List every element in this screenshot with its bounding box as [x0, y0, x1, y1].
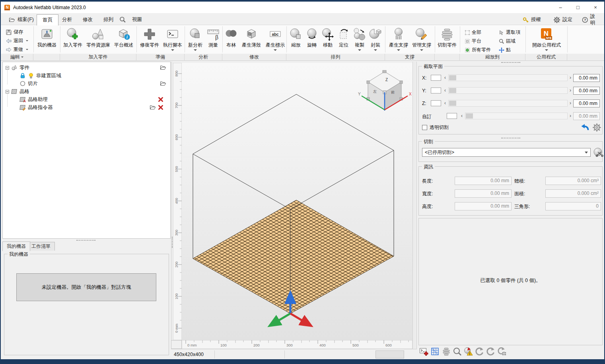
boolean-button[interactable]: 布林	[224, 27, 239, 49]
minimize-button[interactable]: –	[552, 2, 569, 13]
tree-item-lattice[interactable]: 晶格	[6, 88, 169, 95]
run-script-button[interactable]: 執行腳本	[161, 27, 184, 51]
search-icon[interactable]	[119, 16, 126, 23]
clip-custom-input[interactable]	[447, 113, 457, 119]
clip-y-input[interactable]	[431, 88, 441, 93]
tab-home[interactable]: 首頁	[37, 14, 58, 25]
clip-y-right-arrow[interactable]: ›	[570, 87, 571, 94]
lattice-view-icon[interactable]	[430, 347, 440, 356]
help-button[interactable]: ? 說明	[576, 14, 604, 25]
tab-analysis[interactable]: 分析	[56, 14, 78, 25]
move-button[interactable]: 移動	[320, 27, 335, 49]
clip-y-slider[interactable]	[448, 87, 568, 94]
tab-modify[interactable]: 修改	[77, 14, 98, 25]
zoom-platform-button[interactable]: 平台	[465, 38, 481, 45]
repair-part-button[interactable]: 修復零件	[138, 27, 161, 49]
new-script-icon[interactable]	[419, 347, 429, 356]
generate-support-button[interactable]: 產生支撐	[387, 27, 410, 51]
tree-item-slices[interactable]: 切片	[19, 80, 169, 88]
maximize-button[interactable]: □	[569, 2, 587, 13]
tab-view[interactable]: 視圖	[126, 14, 148, 25]
transparent-cut-checkbox[interactable]	[422, 125, 427, 130]
clip-x-slider[interactable]	[448, 74, 568, 81]
viewport-right-splitter[interactable]	[412, 62, 417, 349]
part-library-button[interactable]: 零件資源庫	[85, 27, 111, 49]
clip-y-value[interactable]: 0.00 mm	[573, 87, 600, 95]
history-forward-icon[interactable]	[486, 347, 496, 356]
clip-custom-left-arrow[interactable]: ‹	[461, 113, 463, 119]
open-utility-button[interactable]: N NFB 開啟公用程式	[529, 27, 564, 51]
clip-x-input[interactable]	[431, 75, 441, 81]
clip-z-right-arrow[interactable]: ›	[570, 100, 571, 107]
zoom-all-parts-button[interactable]: 所有零件	[465, 47, 491, 53]
measure-button[interactable]: β 測量	[205, 27, 221, 49]
pack-dropdown-caret[interactable]	[374, 49, 377, 51]
right-panel-splitter-mid[interactable]	[501, 138, 520, 138]
clip-y-left-arrow[interactable]: ‹	[444, 87, 446, 94]
clip-z-value[interactable]: 0.00 mm	[573, 99, 600, 107]
zoom-selection-button[interactable]: 選取項	[499, 29, 520, 36]
new-analysis-dropdown-caret[interactable]	[194, 49, 197, 51]
bulb-icon[interactable]	[28, 72, 34, 79]
my-machines-button[interactable]: 我的機器	[35, 27, 58, 49]
undo-button[interactable]: 退回	[6, 37, 28, 44]
no-machine-message-button[interactable]: 未設定機器。開啟「我的機器」對話方塊	[16, 273, 156, 301]
manage-support-dropdown-caret[interactable]	[420, 49, 423, 51]
history-back-icon[interactable]	[475, 347, 484, 356]
clip-z-slider[interactable]	[448, 100, 568, 107]
create-shell-button[interactable]: 產生薄殼	[239, 27, 263, 49]
platform-overview-button[interactable]: i 平台概述	[112, 27, 135, 49]
zoom-all-button[interactable]: 全部	[465, 29, 481, 36]
cut-dropdown[interactable]: <已停用切割>	[422, 148, 591, 157]
right-panel-splitter-top[interactable]	[501, 62, 520, 63]
collapse-icon[interactable]	[6, 90, 9, 93]
manage-support-button[interactable]: 管理支撐	[410, 27, 433, 51]
pack-button[interactable]: 封裝	[368, 27, 383, 51]
new-analysis-button[interactable]: 新分析	[186, 27, 204, 51]
open-folder-icon[interactable]	[160, 64, 166, 71]
undo-dropdown-caret[interactable]	[26, 40, 28, 41]
run-script-dropdown-caret[interactable]	[171, 49, 174, 51]
delete-icon[interactable]	[158, 104, 164, 111]
tree-item-parts[interactable]: 零件	[6, 64, 169, 72]
scale-button[interactable]: 縮放	[288, 27, 303, 49]
license-button[interactable]: 授權	[517, 14, 547, 25]
settings-button[interactable]: 設定	[548, 14, 578, 25]
tab-worklist[interactable]: 工作清單	[27, 242, 55, 251]
clip-z-slider-thumb[interactable]	[449, 101, 456, 106]
cut-scissors-icon[interactable]	[593, 147, 603, 158]
clipping-settings-gear-icon[interactable]	[592, 123, 601, 132]
create-label-button[interactable]: abc 產生標示	[264, 27, 286, 51]
save-button[interactable]: 儲存	[6, 29, 23, 35]
create-label-dropdown-caret[interactable]	[274, 49, 277, 51]
file-menu-button[interactable]: 檔案(F)	[3, 14, 39, 25]
open-folder-icon[interactable]	[150, 104, 156, 111]
tree-item-lattice-commander[interactable]: 晶格指令器	[19, 103, 169, 111]
clip-custom-slider[interactable]	[465, 113, 568, 119]
open-folder-icon[interactable]	[160, 80, 166, 87]
tab-arrange[interactable]: 排列	[98, 14, 119, 25]
clip-x-slider-thumb[interactable]	[449, 75, 456, 80]
generate-support-dropdown-caret[interactable]	[397, 49, 400, 51]
close-button[interactable]: ×	[587, 2, 604, 13]
viewport-3d-scene[interactable]: Z Y X 左 前	[182, 63, 412, 340]
tab-my-machines[interactable]: 我的機器	[2, 241, 30, 251]
clip-y-slider-thumb[interactable]	[449, 88, 456, 93]
clip-z-input[interactable]	[431, 100, 441, 106]
clip-x-value[interactable]: 0.00 mm	[573, 74, 600, 82]
delete-icon[interactable]	[158, 96, 164, 103]
slice-view-icon[interactable]	[442, 347, 451, 356]
duplicate-button[interactable]: 複製	[352, 27, 367, 51]
clip-custom-slider-thumb[interactable]	[466, 113, 473, 119]
zoom-region-button[interactable]: 區域	[499, 38, 516, 45]
tree-item-no-build-zone[interactable]: 非建置區域	[19, 72, 169, 80]
group-label-edit[interactable]: 編輯	[1, 54, 33, 61]
clip-z-left-arrow[interactable]: ‹	[444, 100, 446, 107]
clip-x-left-arrow[interactable]: ‹	[444, 74, 446, 81]
open-utility-dropdown-caret[interactable]	[545, 49, 548, 51]
tree-item-lattice-assistant[interactable]: A 晶格助理	[19, 95, 169, 103]
clip-x-right-arrow[interactable]: ›	[570, 74, 571, 81]
add-part-button[interactable]: 加入零件	[61, 27, 84, 49]
redo-dropdown-caret[interactable]	[26, 49, 28, 50]
inspect-icon[interactable]	[453, 347, 462, 356]
